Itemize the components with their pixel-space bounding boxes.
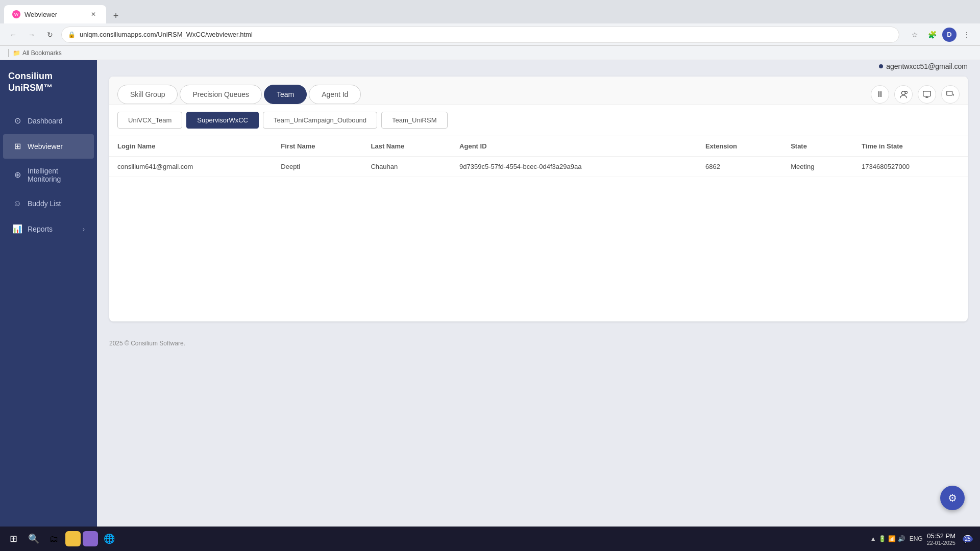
monitor-button[interactable] (918, 85, 936, 104)
bookmark-star-button[interactable]: ☆ (908, 28, 922, 42)
table-header-row: Login Name First Name Last Name Agent ID… (109, 136, 968, 157)
col-extension: Extension (697, 136, 782, 157)
back-button[interactable]: ← (6, 28, 20, 42)
browser-tab-webviewer[interactable]: W Webviewer ✕ (4, 5, 106, 23)
lock-icon: 🔒 (68, 31, 76, 38)
agents-table: Login Name First Name Last Name Agent ID… (109, 136, 968, 177)
sub-tab-team-unicampaign-outbound[interactable]: Team_UniCampaign_Outbound (263, 112, 377, 129)
copyright-text: 2025 © Consilium Software. (109, 340, 185, 347)
tab-actions: ⏸ (871, 85, 960, 104)
address-bar[interactable]: 🔒 uniqm.consiliumapps.com/UniRSM_WxCC/we… (61, 27, 899, 43)
app-container: Consilium UniRSM™ ⊙ Dashboard ⊞ Webviewe… (0, 56, 980, 551)
taskbar-purple-app-icon[interactable] (83, 531, 98, 546)
tab-agent-id[interactable]: Agent Id (309, 85, 361, 104)
taskbar-language: ENG (910, 535, 923, 542)
col-agent-id: Agent ID (451, 136, 697, 157)
sidebar: Consilium UniRSM™ ⊙ Dashboard ⊞ Webviewe… (0, 56, 97, 551)
sub-tab-team-unism[interactable]: Team_UniRSM (381, 112, 447, 129)
start-button[interactable]: ⊞ (4, 530, 22, 548)
bookmarks-bar: 📁 All Bookmarks (0, 46, 980, 60)
reports-arrow-icon: › (83, 226, 85, 232)
bookmarks-label: All Bookmarks (22, 49, 62, 57)
intelligent-monitoring-icon: ⊛ (12, 170, 22, 180)
sub-tabs-row: UniVCX_Team SupervisorWxCC Team_UniCampa… (109, 105, 968, 136)
screen-icon (946, 90, 955, 99)
sidebar-item-dashboard[interactable]: ⊙ Dashboard (3, 109, 94, 133)
tab-bar: W Webviewer ✕ + (0, 0, 980, 23)
cell-agent-id: 9d7359c5-57fd-4554-bcec-0d4f3a29a9aa (451, 157, 697, 177)
col-login-name: Login Name (109, 136, 273, 157)
tab-favicon: W (12, 10, 20, 18)
taskbar-right: ▲ 🔋 📶 🔊 ENG 05:52 PM 22-01-2025 💬 25 (870, 531, 976, 547)
taskbar: ⊞ 🔍 🗂 🌐 ▲ 🔋 📶 🔊 ENG 05:52 PM 22-01-2025 … (0, 527, 980, 551)
dashboard-label: Dashboard (28, 117, 63, 125)
main-tabs-row: Skill Group Precision Queues Team Agent … (109, 77, 968, 105)
svg-rect-2 (923, 91, 930, 96)
main-card: Skill Group Precision Queues Team Agent … (109, 77, 968, 321)
monitor-icon (922, 90, 932, 99)
taskbar-clock: 05:52 PM 22-01-2025 (927, 532, 955, 546)
nav-right: ☆ 🧩 D ⋮ (908, 28, 974, 42)
sidebar-item-reports[interactable]: 📊 Reports › (3, 217, 94, 241)
cell-login-name: consilium641@gmail.com (109, 157, 273, 177)
volume-icon: 🔊 (898, 535, 905, 542)
cell-first-name: Deepti (273, 157, 362, 177)
logo-text: Consilium UniRSM™ (8, 70, 89, 94)
sub-tab-unicvx-team[interactable]: UniVCX_Team (117, 112, 182, 129)
supervisor-icon (899, 90, 908, 99)
col-last-name: Last Name (362, 136, 451, 157)
svg-point-0 (901, 91, 905, 95)
browser-nav: ← → ↻ 🔒 uniqm.consiliumapps.com/UniRSM_W… (0, 23, 980, 46)
tab-precision-queues[interactable]: Precision Queues (180, 85, 262, 104)
sub-tab-supervisor-wxcc[interactable]: SupervisorWxCC (186, 112, 259, 129)
taskbar-date-display: 22-01-2025 (927, 540, 955, 546)
taskbar-chrome-icon[interactable]: 🌐 (100, 530, 118, 548)
intelligent-monitoring-label: Intelligent Monitoring (28, 167, 85, 183)
supervisor-button[interactable] (894, 85, 913, 104)
taskbar-yellow-app-icon[interactable] (65, 531, 81, 546)
battery-icon: 🔋 (878, 535, 886, 542)
profile-button[interactable]: D (942, 28, 957, 42)
buddy-list-label: Buddy List (28, 199, 61, 208)
tab-skill-group[interactable]: Skill Group (117, 85, 178, 104)
reload-button[interactable]: ↻ (43, 28, 57, 42)
bookmarks-separator (8, 49, 9, 57)
all-bookmarks-link[interactable]: 📁 All Bookmarks (13, 49, 62, 57)
buddy-list-icon: ☺ (12, 198, 22, 209)
sidebar-nav: ⊙ Dashboard ⊞ Webviewer ⊛ Intelligent Mo… (0, 105, 97, 245)
extensions-button[interactable]: 🧩 (925, 28, 939, 42)
taskbar-files-icon[interactable]: 🗂 (45, 530, 63, 548)
bookmarks-folder-icon: 📁 (13, 49, 20, 57)
cell-state: Meeting (782, 157, 853, 177)
table-row: consilium641@gmail.com Deepti Chauhan 9d… (109, 157, 968, 177)
settings-fab-icon: ⚙ (948, 492, 957, 504)
main-content: agentwxcc51@gmail.com Skill Group Precis… (97, 56, 980, 551)
settings-fab-button[interactable]: ⚙ (940, 486, 965, 510)
new-tab-button[interactable]: + (108, 8, 124, 23)
screen-button[interactable] (941, 85, 960, 104)
pause-button[interactable]: ⏸ (871, 85, 889, 104)
col-first-name: First Name (273, 136, 362, 157)
tab-close-btn[interactable]: ✕ (89, 10, 98, 19)
url-text: uniqm.consiliumapps.com/UniRSM_WxCC/webv… (80, 31, 253, 38)
webviewer-icon: ⊞ (12, 141, 22, 152)
menu-button[interactable]: ⋮ (960, 28, 974, 42)
taskbar-chat-button[interactable]: 💬 25 (960, 531, 976, 547)
sidebar-item-intelligent-monitoring[interactable]: ⊛ Intelligent Monitoring (3, 160, 94, 190)
reports-icon: 📊 (12, 224, 22, 234)
cell-last-name: Chauhan (362, 157, 451, 177)
systray-arrow-icon[interactable]: ▲ (870, 535, 876, 542)
taskbar-time-display: 05:52 PM (927, 532, 955, 540)
svg-rect-3 (947, 91, 952, 95)
sidebar-item-buddy-list[interactable]: ☺ Buddy List (3, 191, 94, 216)
reports-label: Reports (28, 225, 53, 233)
sidebar-item-webviewer[interactable]: ⊞ Webviewer (3, 134, 94, 159)
taskbar-search-icon[interactable]: 🔍 (24, 530, 43, 548)
user-email-text: agentwxcc51@gmail.com (886, 62, 968, 70)
tab-team[interactable]: Team (264, 85, 307, 104)
webviewer-label: Webviewer (28, 142, 63, 151)
browser-tab-title: Webviewer (24, 11, 57, 18)
cell-extension: 6862 (697, 157, 782, 177)
chat-badge: 25 (963, 536, 972, 542)
forward-button[interactable]: → (24, 28, 39, 42)
